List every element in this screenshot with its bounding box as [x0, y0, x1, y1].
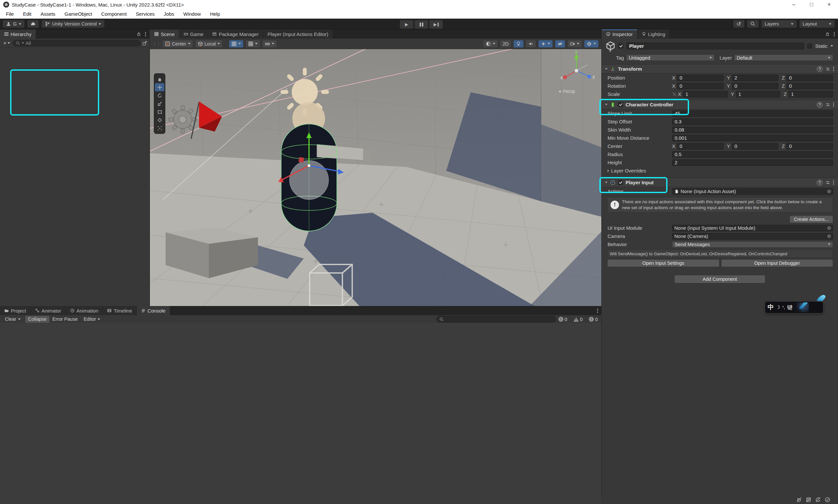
error-count-badge[interactable]: !0 — [586, 315, 601, 323]
add-component-button[interactable]: Add Component — [674, 275, 765, 284]
tab-animation[interactable]: Animation — [66, 306, 103, 315]
scale-tool[interactable] — [155, 100, 164, 108]
y-field[interactable]: 0 — [732, 143, 779, 149]
behavior-dropdown[interactable]: Send Messages — [672, 241, 833, 248]
object-picker-icon[interactable] — [827, 189, 832, 194]
help-icon[interactable]: ? — [817, 66, 823, 72]
ime-toolbar[interactable]: 中 ☽ °, 键 — [765, 301, 824, 313]
tab-package-manager[interactable]: Package Manager — [208, 30, 263, 39]
help-icon[interactable]: ? — [817, 180, 823, 185]
x-field[interactable]: 1 — [683, 91, 728, 97]
info-count-badge[interactable]: !0 — [555, 315, 570, 323]
tab-game[interactable]: Game — [179, 30, 208, 39]
open-input-settings-button[interactable]: Open Input Settings — [607, 259, 719, 267]
effects-dropdown[interactable] — [538, 40, 553, 48]
tab-player-input-actions-editor[interactable]: Player (Input Actions Editor) — [263, 30, 333, 39]
transform-header[interactable]: Transform ? — [602, 64, 838, 74]
z-field[interactable]: 1 — [788, 91, 833, 97]
object-picker-icon[interactable] — [827, 226, 832, 230]
maximize-button[interactable]: □ — [803, 0, 820, 9]
console-search[interactable] — [436, 316, 556, 323]
value-field[interactable]: 0.001 — [672, 135, 833, 141]
foldout-icon[interactable] — [605, 104, 608, 105]
value-field[interactable]: 0.08 — [672, 127, 833, 133]
tab-inspector[interactable]: Inspector — [602, 30, 637, 39]
presets-icon[interactable] — [825, 67, 831, 71]
character-controller-header[interactable]: Character Controller ? — [602, 100, 838, 109]
tab-project[interactable]: Project — [0, 306, 31, 315]
lighting-toggle[interactable] — [513, 40, 524, 48]
gizmos-dropdown[interactable] — [584, 40, 599, 48]
layout-dropdown[interactable]: Layout — [799, 20, 835, 28]
foldout-icon[interactable] — [608, 169, 609, 172]
search-button[interactable] — [747, 20, 759, 28]
ime-keyboard[interactable]: 键 — [787, 304, 792, 311]
move-tool[interactable] — [155, 83, 164, 91]
create-actions-button[interactable]: Create Actions... — [789, 215, 833, 223]
hidden-objects-toggle[interactable] — [555, 40, 565, 48]
z-field[interactable]: 0 — [786, 83, 833, 89]
popout-icon[interactable] — [142, 40, 147, 46]
grid-visibility-toggle[interactable] — [229, 40, 244, 48]
transform-tool[interactable] — [155, 116, 164, 124]
y-field[interactable]: 1 — [736, 91, 781, 97]
tab-lighting[interactable]: Lighting — [637, 30, 670, 39]
shading-mode-dropdown[interactable] — [483, 40, 498, 48]
auto-refresh-off-icon[interactable] — [815, 497, 821, 503]
menu-jobs[interactable]: Jobs — [159, 9, 179, 18]
object-field[interactable]: None (Input System UI Input Module) — [672, 225, 833, 231]
step-button[interactable]: ▶ — [429, 20, 443, 29]
value-field[interactable]: 45 — [672, 110, 833, 117]
layer-dropdown[interactable]: Default — [734, 54, 833, 61]
close-button[interactable]: × — [820, 0, 838, 9]
2d-toggle[interactable]: 2D — [500, 40, 511, 48]
ime-punctuation[interactable]: °, — [782, 305, 785, 310]
actions-object-field[interactable]: None (Input Action Asset) — [672, 188, 833, 195]
minimize-button[interactable]: – — [785, 0, 803, 9]
kebab-menu-icon[interactable] — [145, 34, 146, 35]
add-object-button[interactable]: + — [2, 40, 12, 47]
rotate-tool[interactable] — [155, 91, 164, 100]
menu-gameobject[interactable]: GameObject — [60, 9, 96, 18]
play-button[interactable]: ▶ — [400, 20, 413, 29]
value-field[interactable]: 2 — [672, 159, 833, 166]
help-icon[interactable]: ? — [817, 102, 823, 108]
static-checkbox[interactable] — [807, 43, 812, 49]
kebab-menu-icon[interactable] — [834, 34, 835, 35]
kebab-menu-icon[interactable] — [597, 310, 598, 311]
version-control-button[interactable]: Unity Version Control — [41, 20, 104, 28]
kebab-menu-icon[interactable] — [833, 104, 834, 105]
value-field[interactable]: 0.5 — [672, 151, 833, 158]
y-field[interactable]: 2 — [732, 75, 779, 81]
layers-dropdown[interactable]: Layers — [762, 20, 797, 28]
console-editor-button[interactable]: Editor — [81, 316, 103, 323]
custom-tool[interactable] — [155, 124, 164, 132]
cache-server-off-icon[interactable] — [806, 497, 812, 503]
camera-settings-dropdown[interactable] — [567, 40, 582, 48]
activity-ok-icon[interactable] — [824, 497, 831, 503]
gameobject-name-field[interactable]: Player — [626, 42, 804, 50]
audio-toggle[interactable] — [526, 40, 536, 48]
scene-viewport[interactable]: y x z ◄ Persp — [150, 49, 601, 306]
lock-icon[interactable] — [825, 32, 830, 36]
tab-animator[interactable]: Animator — [31, 306, 66, 315]
warning-count-badge[interactable]: 0 — [570, 315, 586, 323]
x-field[interactable]: 0 — [677, 75, 724, 81]
lock-icon[interactable] — [137, 32, 141, 36]
static-dropdown-icon[interactable] — [831, 45, 833, 47]
orientation-dropdown[interactable]: Local — [195, 40, 223, 48]
console-error-pause-button[interactable]: Error Pause — [50, 316, 81, 323]
x-field[interactable]: 0 — [677, 83, 724, 89]
kebab-menu-icon[interactable] — [833, 68, 834, 69]
menu-assets[interactable]: Assets — [36, 9, 60, 18]
y-field[interactable]: 0 — [732, 83, 779, 89]
tab-scene[interactable]: Scene — [150, 30, 179, 39]
foldout-icon[interactable] — [605, 182, 608, 183]
presets-icon[interactable] — [825, 103, 831, 107]
tag-dropdown[interactable]: Untagged — [626, 54, 715, 61]
debugger-off-icon[interactable] — [796, 497, 802, 503]
console-collapse-button[interactable]: Collapse — [25, 316, 50, 323]
object-field[interactable]: None (Camera) — [672, 233, 833, 239]
object-picker-icon[interactable] — [827, 234, 832, 238]
tab-console[interactable]: Console — [137, 306, 170, 315]
